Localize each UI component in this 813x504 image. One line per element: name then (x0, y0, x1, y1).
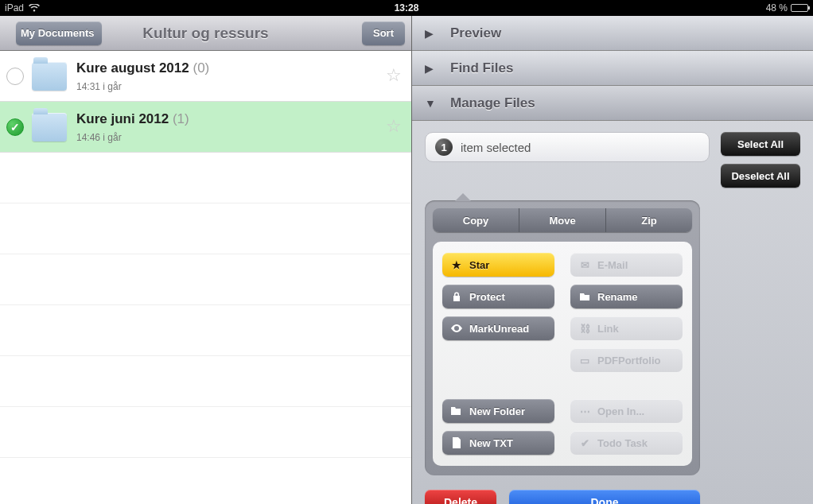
open-in-icon: ⋯ (578, 405, 591, 417)
item-timestamp: 14:31 i går (76, 81, 386, 92)
empty-area (0, 153, 411, 504)
pdf-portfolio-button: ▭ PDFPortfolio (570, 348, 683, 372)
label: New Folder (469, 405, 525, 417)
accordion-label: Find Files (450, 60, 513, 76)
portfolio-icon: ▭ (578, 355, 591, 366)
list-item[interactable]: Kure juni 2012 (1) 14:46 i går ☆ (0, 102, 411, 153)
back-label: My Documents (21, 27, 94, 39)
email-button: ✉ E-Mail (570, 253, 683, 277)
link-button: ⛓ Link (570, 316, 683, 340)
move-button[interactable]: Move (519, 208, 606, 232)
list-item[interactable]: Kure august 2012 (0) 14:31 i går ☆ (0, 51, 411, 102)
accordion-label: Preview (450, 25, 501, 41)
label: E-Mail (597, 259, 628, 271)
folder-icon (32, 62, 67, 91)
clock: 13:28 (273, 2, 541, 14)
deselect-all-button[interactable]: Deselect All (721, 164, 800, 188)
battery-icon (791, 4, 808, 12)
selection-count-badge: 1 (435, 138, 453, 156)
lock-icon (450, 292, 463, 302)
label: Link (597, 323, 619, 335)
label: MarkUnread (469, 323, 529, 335)
select-all-button[interactable]: Select All (721, 132, 800, 156)
delete-button[interactable]: Delete (425, 490, 496, 504)
actions-grid: ★ Star ✉ E-Mail Protect (433, 242, 692, 466)
protect-button[interactable]: Protect (442, 285, 554, 308)
file-browser-pane: My Documents Kultur og ressurs Sort Kure… (0, 16, 412, 504)
selection-indicator: 1 item selected (425, 132, 710, 162)
device-label: iPad (5, 2, 24, 14)
item-count: (1) (173, 111, 189, 126)
new-folder-button[interactable]: New Folder (442, 399, 554, 423)
chevron-right-icon: ▶ (425, 62, 436, 75)
label: Rename (597, 291, 638, 303)
actions-pane: ▶ Preview ▶ Find Files ▼ Manage Files 1 … (412, 16, 813, 504)
mail-icon: ✉ (578, 259, 591, 271)
zip-button[interactable]: Zip (606, 208, 692, 232)
star-button[interactable]: ★ Star (442, 253, 554, 277)
item-timestamp: 14:46 i går (76, 132, 386, 143)
nav-header: My Documents Kultur og ressurs Sort (0, 16, 411, 51)
accordion-manage-files[interactable]: ▼ Manage Files (412, 86, 813, 121)
new-txt-button[interactable]: New TXT (442, 431, 554, 455)
todo-task-button: ✔ Todo Task (570, 431, 683, 455)
item-count: (0) (193, 60, 209, 76)
label: Star (469, 259, 489, 271)
folder-plus-icon (450, 406, 463, 417)
status-bar: iPad 13:28 48 % (0, 0, 813, 16)
segment-control: Copy Move Zip (433, 208, 692, 232)
checkbox[interactable] (6, 118, 24, 136)
label: Protect (469, 291, 505, 303)
wifi-icon (29, 4, 40, 12)
folder-icon (32, 113, 67, 142)
battery-text: 48 % (766, 2, 788, 14)
done-button[interactable]: Done (509, 490, 700, 504)
label: Todo Task (597, 437, 648, 449)
chevron-down-icon: ▼ (425, 97, 436, 110)
item-title: Kure august 2012 (76, 60, 189, 76)
sort-button[interactable]: Sort (362, 21, 405, 45)
chevron-right-icon: ▶ (425, 27, 436, 40)
bottom-actions: Delete Done (425, 490, 700, 504)
check-icon: ✔ (578, 437, 591, 449)
star-icon[interactable]: ☆ (386, 118, 405, 137)
folder-icon (578, 292, 591, 301)
star-icon[interactable]: ☆ (386, 67, 405, 86)
accordion-preview[interactable]: ▶ Preview (412, 16, 813, 51)
item-title: Kure juni 2012 (76, 111, 169, 126)
star-icon: ★ (450, 259, 463, 271)
accordion-label: Manage Files (450, 95, 535, 111)
checkbox[interactable] (6, 68, 24, 85)
label: PDFPortfolio (597, 355, 660, 366)
rename-button[interactable]: Rename (570, 285, 683, 308)
file-list[interactable]: Kure august 2012 (0) 14:31 i går ☆ Kure … (0, 51, 411, 504)
manage-files-body: 1 item selected Select All Deselect All … (412, 121, 813, 504)
link-icon: ⛓ (578, 323, 591, 335)
mark-unread-button[interactable]: MarkUnread (442, 316, 554, 340)
selection-text: item selected (461, 141, 531, 154)
actions-panel: Copy Move Zip ★ Star ✉ E-Mail (425, 200, 700, 475)
open-in-button: ⋯ Open In... (570, 399, 683, 423)
accordion-find-files[interactable]: ▶ Find Files (412, 51, 813, 86)
label: New TXT (469, 437, 513, 449)
file-plus-icon (450, 437, 463, 448)
eye-icon (450, 324, 463, 332)
copy-button[interactable]: Copy (433, 208, 519, 232)
label: Open In... (597, 405, 644, 417)
back-button[interactable]: My Documents (16, 21, 102, 45)
